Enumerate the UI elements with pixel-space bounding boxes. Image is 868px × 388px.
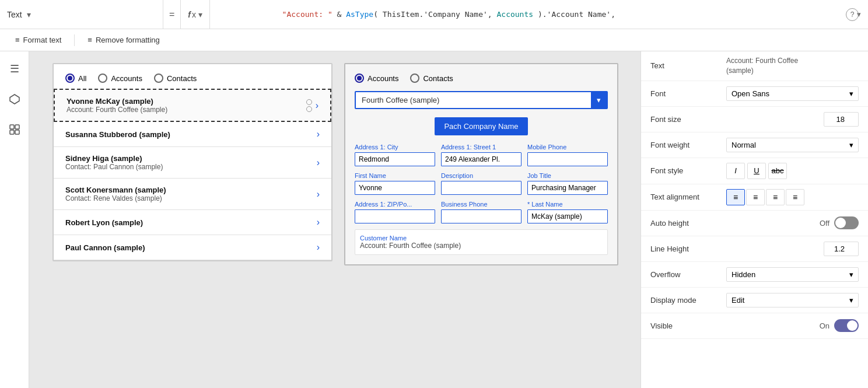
list-item-name-4: Scott Konersmann (sample) [65,186,317,194]
form-field-street-input[interactable] [441,152,522,166]
main-layout: ☰ All [0,51,868,388]
align-right-btn[interactable]: ≡ [766,189,785,205]
form-field-bizphone-input[interactable] [441,209,522,223]
list-item-sub-1: Account: Fourth Coffee (sample) [66,106,306,114]
list-item[interactable]: Paul Cannon (sample) › [54,235,331,260]
font-style-buttons: I U abc [726,163,859,179]
form-field-lastname-label: * Last Name [527,201,608,208]
visible-toggle-track[interactable] [834,319,859,332]
italic-btn[interactable]: I [726,163,745,179]
prop-select-overflow[interactable]: Hidden ▾ [726,267,859,282]
list-item-content-3: Sidney Higa (sample) Contact: Paul Canno… [65,154,317,171]
prop-row-fontweight: Font weight Normal ▾ [641,132,868,158]
prop-label-fontstyle: Font style [650,166,726,175]
formula-content: If( IsBlank( ThisItem.'Company Name' ), … [210,0,850,29]
form-panel: Accounts Contacts Fourth Coffee (sample)… [344,63,618,265]
form-radio-accounts-circle [355,74,364,83]
list-chevron-3: › [317,158,320,168]
form-fields-grid: Address 1: City Address 1: Street 1 Mobi… [355,144,608,223]
form-field-description: Description [441,172,522,195]
prop-select-font-arrow: ▾ [849,89,853,98]
prop-select-displaymode-arrow: ▾ [849,296,853,305]
fx-button[interactable]: fx ▾ [181,0,210,29]
sidebar-menu-icon[interactable]: ☰ [4,58,25,79]
list-chevron-2: › [317,129,320,139]
list-item-name-5: Robert Lyon (sample) [65,218,317,227]
form-dropdown[interactable]: Fourth Coffee (sample) ▾ [355,91,608,109]
list-item[interactable]: Scott Konersmann (sample) Contact: Rene … [54,179,331,210]
form-field-mobile-input[interactable] [527,152,608,166]
help-icon[interactable]: ? [846,8,859,21]
selector-chevron: ▾ [27,10,31,19]
sidebar-components-icon[interactable] [4,89,25,110]
form-field-zip: Address 1: ZIP/Po... [355,201,435,223]
radio-all-label: All [78,74,86,83]
sidebar-screens-icon[interactable] [4,119,25,140]
list-item-name-6: Paul Cannon (sample) [65,243,317,252]
prop-select-fontweight-value: Normal [732,141,756,149]
form-radio-contacts[interactable]: Contacts [410,74,453,83]
form-field-zip-input[interactable] [355,209,435,223]
list-item-content-5: Robert Lyon (sample) [65,218,317,227]
format-text-icon: ≡ [15,36,20,44]
format-bar: ≡ Format text ≡ Remove formatting [0,29,868,51]
form-field-description-input[interactable] [441,181,522,195]
prop-row-fontsize: Font size [641,107,868,132]
form-field-jobtitle-label: Job Title [527,172,608,179]
prop-select-overflow-arrow: ▾ [849,270,853,279]
list-chevron-6: › [317,242,320,253]
patch-company-name-btn[interactable]: Pach Company Name [435,117,527,135]
underline-btn[interactable]: U [747,163,766,179]
align-justify-btn[interactable]: ≡ [786,189,804,205]
prop-row-lineheight: Line Height [641,236,868,262]
prop-label-overflow: Overflow [650,270,726,279]
autoheight-toggle-track[interactable] [834,216,859,229]
prop-value-text: Account: Fourth Coffee(sample) [726,56,859,76]
formula-selector[interactable]: Text ▾ [0,0,163,29]
remove-formatting-btn[interactable]: ≡ Remove formatting [82,33,165,47]
list-item-content-2: Susanna Stubberod (sample) [65,130,317,139]
visible-toggle[interactable]: On [820,319,859,332]
prop-lineheight-input[interactable] [824,242,859,256]
form-radio-accounts-label: Accounts [368,74,398,83]
prop-label-autoheight: Auto height [650,219,726,228]
form-field-jobtitle-input[interactable] [527,181,608,195]
radio-all-circle [65,74,75,83]
prop-row-visible: Visible On [641,313,868,339]
list-item-name-1: Yvonne McKay (sample) [66,97,306,106]
strikethrough-btn[interactable]: abc [768,163,787,179]
radio-accounts[interactable]: Accounts [98,74,142,83]
autoheight-toggle[interactable]: Off [820,216,859,229]
prop-select-font[interactable]: Open Sans ▾ [726,86,859,101]
form-field-firstname-input[interactable] [355,181,435,195]
radio-all[interactable]: All [65,74,86,83]
list-item[interactable]: Robert Lyon (sample) › [54,210,331,235]
form-field-lastname-input[interactable] [527,209,608,223]
format-text-label: Format text [23,36,62,44]
app-radio-group: All Accounts Contacts [54,64,331,89]
radio-accounts-label: Accounts [111,74,142,83]
align-left-btn[interactable]: ≡ [726,189,745,205]
prop-select-fontweight-arrow: ▾ [849,141,853,149]
prop-select-fontweight[interactable]: Normal ▾ [726,138,859,152]
form-radio-accounts[interactable]: Accounts [355,74,398,83]
form-dropdown-text: Fourth Coffee (sample) [362,96,585,104]
prop-label-text: Text [650,61,726,70]
list-item-icons [306,99,312,112]
align-center-btn[interactable]: ≡ [746,189,765,205]
form-field-city-input[interactable] [355,152,435,166]
format-text-btn[interactable]: ≡ Format text [9,33,67,47]
prop-select-displaymode[interactable]: Edit ▾ [726,293,859,307]
prop-row-overflow: Overflow Hidden ▾ [641,262,868,288]
remove-format-icon: ≡ [88,36,92,44]
prop-label-fontsize: Font size [650,115,726,124]
list-item[interactable]: Yvonne McKay (sample) Account: Fourth Co… [54,89,331,122]
list-item-name-2: Susanna Stubberod (sample) [65,130,317,139]
radio-contacts[interactable]: Contacts [154,74,197,83]
prop-fontsize-input[interactable] [824,112,859,127]
form-field-street-label: Address 1: Street 1 [441,144,522,151]
selector-label: Text [7,10,22,19]
list-item[interactable]: Susanna Stubberod (sample) › [54,122,331,147]
list-item[interactable]: Sidney Higa (sample) Contact: Paul Canno… [54,147,331,179]
radio-contacts-circle [154,74,163,83]
